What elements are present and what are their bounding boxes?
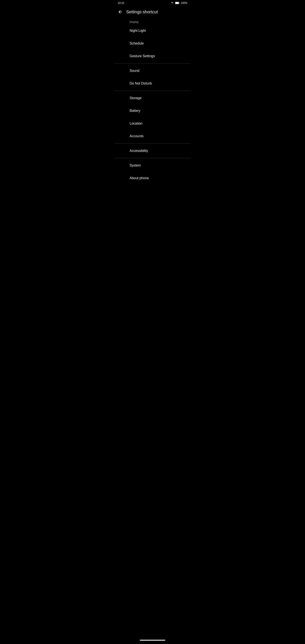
accounts-item[interactable]: Accounts bbox=[114, 130, 190, 142]
menu-content: Display Night Light Schedule Gesture Set… bbox=[114, 19, 190, 184]
divider-1 bbox=[114, 63, 190, 64]
night-light-item[interactable]: Night Light bbox=[114, 24, 190, 37]
system-item[interactable]: System bbox=[114, 159, 190, 172]
accessibility-label: Accessibility bbox=[130, 149, 148, 153]
battery-item[interactable]: Battery bbox=[114, 104, 190, 117]
page-title: Settings shortcut bbox=[126, 10, 158, 14]
storage-item[interactable]: Storage bbox=[114, 92, 190, 104]
wifi-icon bbox=[170, 2, 174, 4]
location-item[interactable]: Location bbox=[114, 117, 190, 130]
status-bar: 10:10 100% bbox=[114, 0, 190, 6]
schedule-label: Schedule bbox=[130, 42, 144, 45]
gesture-settings-label: Gesture Settings bbox=[130, 54, 155, 58]
sound-label: Sound bbox=[130, 69, 139, 73]
back-arrow-icon bbox=[118, 9, 123, 14]
divider-3 bbox=[114, 144, 190, 144]
status-icons: 100% bbox=[170, 2, 187, 4]
sound-item[interactable]: Sound bbox=[114, 64, 190, 77]
battery-percentage: 100% bbox=[181, 2, 187, 4]
svg-rect-2 bbox=[176, 2, 178, 4]
svg-rect-1 bbox=[179, 2, 180, 4]
status-time: 10:10 bbox=[118, 2, 124, 4]
schedule-item[interactable]: Schedule bbox=[114, 37, 190, 50]
do-not-disturb-label: Do Not Disturb bbox=[130, 82, 152, 85]
storage-label: Storage bbox=[130, 96, 142, 100]
display-section-label: Display bbox=[114, 19, 190, 24]
about-phone-item[interactable]: About phone bbox=[114, 172, 190, 184]
back-button[interactable] bbox=[116, 8, 124, 16]
accounts-label: Accounts bbox=[130, 134, 144, 138]
night-light-label: Night Light bbox=[130, 29, 146, 32]
divider-2 bbox=[114, 91, 190, 91]
location-label: Location bbox=[130, 122, 142, 126]
divider-4 bbox=[114, 158, 190, 158]
gesture-settings-item[interactable]: Gesture Settings bbox=[114, 50, 190, 62]
accessibility-item[interactable]: Accessibility bbox=[114, 144, 190, 157]
battery-icon bbox=[175, 2, 180, 4]
page-header: Settings shortcut bbox=[114, 6, 190, 19]
battery-label: Battery bbox=[130, 109, 140, 113]
about-phone-label: About phone bbox=[130, 176, 149, 180]
do-not-disturb-item[interactable]: Do Not Disturb bbox=[114, 77, 190, 90]
system-label: System bbox=[130, 164, 141, 167]
